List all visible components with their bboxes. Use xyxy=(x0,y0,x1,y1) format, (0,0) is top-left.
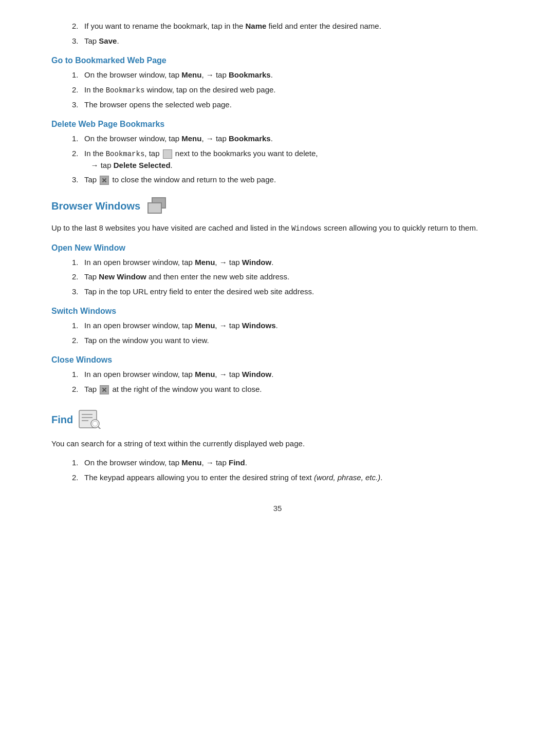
browser-windows-intro: Up to the last 8 websites you have visit… xyxy=(51,222,504,234)
close-windows-section: Close Windows 1. In an open browser wind… xyxy=(51,355,504,395)
switch-windows-section: Switch Windows 1. In an open browser win… xyxy=(51,307,504,346)
find-heading-row: Find xyxy=(51,409,504,430)
list-item: 3. Tap to close the window and return to… xyxy=(72,174,504,186)
list-item: 1. On the browser window, tap Menu, → ta… xyxy=(72,69,504,81)
browser-windows-section: Browser Windows Up to the last 8 website… xyxy=(51,197,504,395)
list-item: 2. If you want to rename the bookmark, t… xyxy=(72,21,504,32)
x-icon xyxy=(100,385,109,394)
switch-windows-heading: Switch Windows xyxy=(51,307,504,316)
list-item: 1. In an open browser window, tap Menu, … xyxy=(72,257,504,269)
continuation-items: 2. If you want to rename the bookmark, t… xyxy=(51,21,504,47)
browser-windows-heading: Browser Windows xyxy=(51,197,504,216)
list-item: 3. Tap Save. xyxy=(72,35,504,47)
goto-bookmark-heading: Go to Bookmarked Web Page xyxy=(51,56,504,65)
page-number: 35 xyxy=(51,504,504,513)
svg-line-5 xyxy=(98,427,101,429)
list-item: 3. The browser opens the selected web pa… xyxy=(72,99,504,111)
list-item: 2. The keypad appears allowing you to en… xyxy=(72,472,504,484)
delete-bookmark-heading: Delete Web Page Bookmarks xyxy=(51,120,504,129)
list-item: 3. Tap in the top URL entry field to ent… xyxy=(72,286,504,298)
find-icon xyxy=(78,409,102,430)
list-item: 1. On the browser window, tap Menu, → ta… xyxy=(72,133,504,145)
close-windows-heading: Close Windows xyxy=(51,355,504,365)
open-new-window-heading: Open New Window xyxy=(51,243,504,253)
list-item: 2. In the Bookmarks window, tap on the d… xyxy=(72,84,504,96)
open-new-window-section: Open New Window 1. In an open browser wi… xyxy=(51,243,504,298)
checkbox-icon xyxy=(163,149,172,159)
list-item: 1. On the browser window, tap Menu, → ta… xyxy=(72,457,504,469)
find-intro: You can search for a string of text with… xyxy=(51,438,504,450)
windows-icon xyxy=(147,197,170,216)
goto-bookmark-section: Go to Bookmarked Web Page 1. On the brow… xyxy=(51,56,504,110)
list-item: 1. In an open browser window, tap Menu, … xyxy=(72,320,504,332)
delete-bookmark-section: Delete Web Page Bookmarks 1. On the brow… xyxy=(51,120,504,186)
list-item: 2. Tap New Window and then enter the new… xyxy=(72,271,504,283)
list-item: 1. In an open browser window, tap Menu, … xyxy=(72,369,504,381)
x-icon xyxy=(100,176,109,185)
windows-icon-front xyxy=(147,202,162,214)
list-item: 2. Tap on the window you want to view. xyxy=(72,335,504,347)
list-item: 2. In the Bookmarks, tap next to the boo… xyxy=(72,148,504,172)
list-item: 2. Tap at the right of the window you wa… xyxy=(72,384,504,395)
find-section: Find You can search for a string of text… xyxy=(51,409,504,483)
find-heading: Find xyxy=(51,414,73,426)
